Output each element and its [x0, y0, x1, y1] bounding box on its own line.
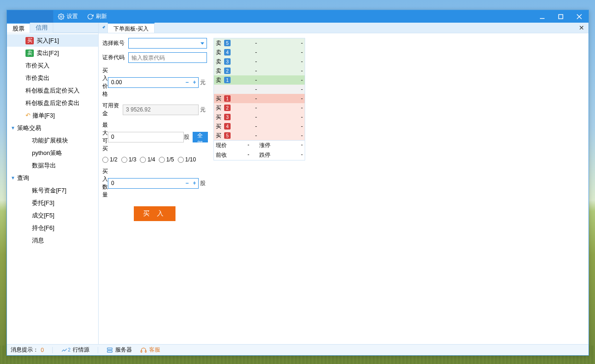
nav-orders[interactable]: 委托[F3] — [7, 197, 98, 209]
nav-deals[interactable]: 成交[F5] — [7, 209, 98, 222]
sidebar: 股票 信用 买 买入[F1] 卖 卖出[F2] 市价买入 市价卖出 科创板盘后定… — [7, 23, 99, 344]
status-quote-source[interactable]: 2 行情源 — [61, 346, 90, 354]
quote-panel: 卖 5 - - 卖 4 - - 卖 3 - - 卖 2 - - 卖 1 - - — [213, 38, 305, 160]
tab-stock[interactable]: 股票 — [7, 23, 30, 33]
available-funds — [123, 105, 199, 115]
code-label: 证券代码 — [102, 54, 128, 62]
titlebar: 设置 刷新 — [7, 10, 589, 23]
nav-market-buy[interactable]: 市价买入 — [7, 59, 98, 72]
minimize-icon — [539, 14, 545, 19]
ratio-1-3[interactable]: 1/3 — [121, 156, 137, 163]
stock-code-input[interactable] — [128, 52, 207, 63]
level-badge-icon: 1 — [224, 95, 231, 102]
nav-group-query[interactable]: ▼ 查询 — [7, 172, 98, 184]
close-tab-button[interactable]: ✕ — [575, 23, 589, 33]
close-icon — [576, 14, 582, 19]
status-bar: 消息提示： 0 2 行情源 服务器 客服 — [7, 344, 589, 355]
quote-sell-row[interactable]: 卖 1 - - — [214, 75, 305, 85]
nav-account-funds[interactable]: 账号资金[F7] — [7, 184, 98, 197]
quote-sell-row[interactable]: 卖 2 - - — [214, 66, 305, 75]
settings-label: 设置 — [67, 12, 78, 20]
price-input[interactable] — [108, 79, 183, 86]
minimize-button[interactable] — [533, 10, 551, 23]
nav-ext-module[interactable]: 功能扩展模块 — [7, 134, 98, 147]
ratio-1-10[interactable]: 1/10 — [178, 156, 196, 163]
all-button[interactable]: 全部 — [193, 132, 208, 142]
content-area: 选择账号 证券代码 买入价格 — [99, 33, 589, 344]
sell-badge-icon: 卖 — [25, 49, 34, 57]
ratio-1-4[interactable]: 1/4 — [140, 156, 155, 163]
pin-button[interactable] — [99, 23, 108, 33]
avail-unit: 元 — [199, 106, 207, 114]
buy-badge-icon: 买 — [25, 37, 34, 44]
quote-sell-row[interactable]: 卖 3 - - — [214, 57, 305, 66]
nav-kcb-sell[interactable]: 科创板盘后定价卖出 — [7, 97, 98, 109]
nav-python-strategy[interactable]: python策略 — [7, 147, 98, 159]
quote-buy-row[interactable]: 买 4 - - — [214, 122, 305, 131]
nav-sell[interactable]: 卖 卖出[F2] — [7, 47, 98, 59]
account-select[interactable] — [128, 38, 207, 49]
quote-prev-value: - — [238, 151, 259, 159]
qty-stepper[interactable]: − + — [108, 178, 199, 189]
price-plus-button[interactable]: + — [191, 79, 198, 86]
svg-rect-5 — [107, 348, 113, 350]
level-badge-icon: 3 — [224, 114, 231, 120]
svg-point-0 — [60, 16, 62, 18]
tab-order-buy[interactable]: 下单面板-买入 — [108, 23, 155, 33]
maximize-icon — [558, 14, 564, 19]
refresh-label: 刷新 — [96, 12, 107, 20]
main-tabs: 下单面板-买入 ✕ — [99, 23, 589, 33]
quote-buy-row[interactable]: 买 5 - - — [214, 131, 305, 140]
caret-down-icon: ▼ — [11, 125, 16, 130]
quote-current-label: 现价 — [216, 142, 238, 149]
nav-messages[interactable]: 消息 — [7, 234, 98, 247]
nav-positions[interactable]: 持仓[F6] — [7, 222, 98, 234]
status-customer-service[interactable]: 客服 — [140, 346, 160, 354]
app-window: 设置 刷新 股票 信用 买 买入[F1] — [6, 10, 589, 356]
nav-buy[interactable]: 买 买入[F1] — [7, 34, 98, 47]
nav-market-sell[interactable]: 市价卖出 — [7, 72, 98, 84]
qty-input[interactable] — [108, 180, 183, 186]
chart-icon — [61, 347, 68, 353]
ratio-1-2[interactable]: 1/2 — [102, 156, 118, 163]
nav-data-export[interactable]: 数据导出 — [7, 159, 98, 172]
svg-rect-6 — [107, 351, 113, 352]
refresh-button[interactable]: 刷新 — [82, 12, 112, 20]
quote-current-value: - — [238, 142, 259, 149]
quote-buy-row[interactable]: 买 2 - - — [214, 103, 305, 112]
settings-button[interactable]: 设置 — [53, 12, 82, 20]
main-panel: 下单面板-买入 ✕ 选择账号 证券代码 — [99, 23, 589, 344]
maxbuy-label: 最大可买 — [102, 121, 108, 153]
maximize-button[interactable] — [551, 10, 570, 23]
quote-footer: 现价 - 涨停 - 前收 - 跌停 - — [214, 140, 305, 160]
gear-icon — [58, 13, 64, 20]
price-minus-button[interactable]: − — [183, 79, 191, 86]
price-label: 买入价格 — [102, 67, 108, 98]
price-stepper[interactable]: − + — [108, 77, 199, 88]
status-server[interactable]: 服务器 — [106, 346, 132, 354]
order-form: 选择账号 证券代码 买入价格 — [102, 38, 207, 221]
headset-icon — [140, 347, 147, 353]
level-badge-icon: 2 — [224, 105, 231, 111]
level-badge-icon: 3 — [224, 58, 231, 65]
nav-kcb-buy[interactable]: 科创板盘后定价买入 — [7, 84, 98, 97]
nav-sell-label: 卖出[F2] — [37, 49, 59, 57]
undo-icon: ↶ — [25, 112, 31, 119]
nav-group-strategy[interactable]: ▼ 策略交易 — [7, 122, 98, 134]
close-window-button[interactable] — [570, 10, 589, 23]
submit-buy-button[interactable]: 买 入 — [134, 206, 175, 221]
quote-buy-row[interactable]: 买 1 - - — [214, 94, 305, 103]
nav-cancel-order[interactable]: ↶ 撤单[F3] — [7, 109, 98, 122]
qty-minus-button[interactable]: − — [183, 180, 191, 186]
quote-sell-row[interactable]: 卖 4 - - — [214, 48, 305, 57]
level-badge-icon: 2 — [224, 68, 231, 74]
quote-buy-row[interactable]: 买 3 - - — [214, 112, 305, 122]
quote-uplimit-label: 涨停 — [259, 142, 281, 149]
tab-credit[interactable]: 信用 — [30, 23, 53, 33]
qty-plus-button[interactable]: + — [191, 180, 198, 186]
quote-sell-row[interactable]: 卖 5 - - — [214, 38, 305, 48]
ratio-1-5[interactable]: 1/5 — [159, 156, 174, 163]
quote-uplimit-value: - — [281, 142, 303, 149]
svg-rect-2 — [559, 14, 563, 19]
status-messages[interactable]: 消息提示： 0 — [11, 346, 44, 354]
